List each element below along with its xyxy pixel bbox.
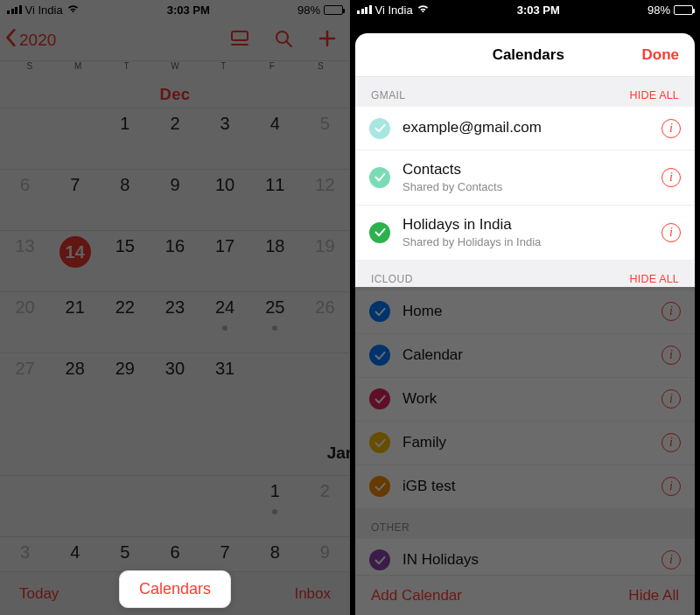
calendar-row[interactable]: Familyi: [355, 422, 695, 465]
date-cell[interactable]: 29: [100, 353, 150, 414]
date-cell[interactable]: 10: [200, 170, 250, 230]
date-cell[interactable]: 26: [300, 292, 350, 353]
date-cell[interactable]: 18: [250, 231, 300, 291]
date-cell[interactable]: 4: [250, 108, 300, 169]
row-label: iGB test: [402, 478, 649, 495]
date-cell[interactable]: 12: [300, 170, 350, 230]
row-label: Contacts: [402, 161, 649, 178]
date-cell[interactable]: 7: [50, 170, 100, 230]
date-cell[interactable]: 5: [300, 108, 350, 169]
checkmark-icon: [369, 476, 390, 497]
date-cell[interactable]: 9: [150, 170, 200, 230]
month-title: Dec: [0, 76, 350, 108]
status-bar: Vi India 3:03 PM 98%: [0, 0, 350, 19]
date-cell: [50, 108, 100, 169]
hide-all-button[interactable]: Hide All: [628, 587, 679, 605]
info-icon[interactable]: i: [662, 550, 681, 570]
svg-line-3: [287, 41, 292, 46]
checkmark-icon: [369, 167, 390, 188]
date-cell[interactable]: 2: [300, 476, 350, 536]
date-cell[interactable]: 30: [150, 353, 200, 414]
section-title: GMAIL: [371, 89, 405, 101]
info-icon[interactable]: i: [662, 477, 681, 496]
row-text: Calendar: [402, 346, 649, 364]
info-icon[interactable]: i: [662, 223, 681, 242]
row-label: Calendar: [402, 346, 649, 364]
section-header-gmail: GMAIL HIDE ALL: [355, 77, 695, 107]
date-cell[interactable]: 14: [50, 231, 100, 291]
calendar-app-screen: Vi India 3:03 PM 98% 2020: [0, 0, 350, 615]
hide-all-gmail[interactable]: HIDE ALL: [630, 89, 680, 101]
view-mode-icon[interactable]: [229, 28, 250, 52]
checkmark-icon: [369, 388, 390, 409]
today-button[interactable]: Today: [19, 585, 59, 603]
calendar-row[interactable]: IN Holidaysi: [355, 539, 695, 575]
calendar-row[interactable]: ContactsShared by Contactsi: [355, 150, 695, 206]
info-icon[interactable]: i: [662, 119, 681, 138]
done-button[interactable]: Done: [642, 46, 680, 64]
modal-header: Calendars Done: [355, 33, 695, 77]
row-text: ContactsShared by Contacts: [402, 161, 649, 194]
info-icon[interactable]: i: [662, 302, 681, 321]
inbox-button[interactable]: Inbox: [294, 585, 331, 603]
section-header-icloud: ICLOUD HIDE ALL: [355, 261, 695, 290]
info-icon[interactable]: i: [662, 168, 681, 187]
date-cell[interactable]: 8: [100, 170, 150, 230]
modal-footer: Add Calendar Hide All: [355, 575, 695, 615]
calendar-row[interactable]: Calendari: [355, 334, 695, 378]
wifi-icon: [66, 3, 80, 17]
time-label: 3:03 PM: [167, 3, 210, 17]
weekday: S: [297, 61, 345, 71]
date-cell[interactable]: 31: [200, 353, 250, 414]
date-cell: [200, 476, 250, 536]
date-cell[interactable]: 16: [150, 231, 200, 291]
info-icon[interactable]: i: [662, 346, 681, 365]
calendars-button[interactable]: Calendars: [119, 570, 231, 608]
date-cell[interactable]: 25: [250, 292, 300, 353]
add-event-icon[interactable]: [317, 28, 338, 52]
date-cell[interactable]: 3: [200, 108, 250, 169]
date-cell[interactable]: 1: [100, 108, 150, 169]
weekday: M: [53, 61, 102, 71]
calendar-row[interactable]: Homei: [355, 290, 695, 334]
date-cell[interactable]: 28: [50, 353, 100, 414]
battery-icon: [324, 5, 343, 15]
add-calendar-button[interactable]: Add Calendar: [371, 587, 462, 605]
time-label: 3:03 PM: [517, 3, 560, 17]
back-to-year-button[interactable]: 2020: [5, 28, 56, 52]
row-text: example@gmail.com: [402, 119, 649, 136]
checkmark-icon: [369, 549, 390, 570]
date-cell[interactable]: 1: [250, 476, 300, 536]
search-icon[interactable]: [273, 28, 294, 52]
date-cell[interactable]: 6: [0, 170, 50, 230]
calendar-row[interactable]: example@gmail.comi: [355, 107, 695, 150]
row-label: IN Holidays: [402, 551, 649, 569]
checkmark-icon: [369, 118, 390, 139]
date-cell[interactable]: 22: [100, 292, 150, 353]
date-cell[interactable]: 20: [0, 292, 50, 353]
calendars-modal: Calendars Done GMAIL HIDE ALL example@gm…: [355, 33, 695, 615]
date-cell[interactable]: 13: [0, 231, 50, 291]
date-cell[interactable]: 23: [150, 292, 200, 353]
date-cell[interactable]: 2: [150, 108, 200, 169]
info-icon[interactable]: i: [662, 389, 681, 409]
date-cell[interactable]: 24: [200, 292, 250, 353]
calendar-row[interactable]: iGB testi: [355, 465, 695, 509]
calendar-row[interactable]: Worki: [355, 378, 695, 422]
weekday-row: S M T W T F S: [0, 61, 350, 76]
calendar-navbar: 2020: [0, 19, 350, 61]
hide-all-icloud[interactable]: HIDE ALL: [630, 273, 680, 285]
calendar-grid[interactable]: 1234567891011121314151617181920212223242…: [0, 108, 350, 414]
date-cell[interactable]: 27: [0, 353, 50, 414]
info-icon[interactable]: i: [662, 433, 681, 452]
date-cell[interactable]: 21: [50, 292, 100, 353]
date-cell[interactable]: 15: [100, 231, 150, 291]
date-cell[interactable]: 17: [200, 231, 250, 291]
section-title: ICLOUD: [371, 273, 413, 285]
battery-pct: 98%: [648, 3, 670, 17]
date-cell[interactable]: 19: [300, 231, 350, 291]
date-cell[interactable]: 11: [250, 170, 300, 230]
section-header-other: OTHER: [355, 509, 695, 539]
status-bar: Vi India 3:03 PM 98%: [350, 0, 700, 19]
calendar-row[interactable]: Holidays in IndiaShared by Holidays in I…: [355, 206, 695, 261]
